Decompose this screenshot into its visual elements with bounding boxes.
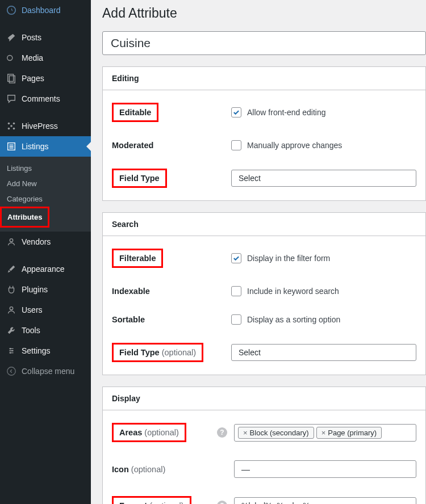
- sidebar-item-appearance[interactable]: Appearance: [0, 259, 91, 279]
- comments-icon: [6, 93, 17, 104]
- display-panel: Display Areas (optional) ? ×Block (secon…: [102, 387, 426, 504]
- search-panel: Search Filterable Display in the filter …: [102, 212, 426, 375]
- sidebar-item-plugins[interactable]: Plugins: [0, 279, 91, 300]
- help-icon[interactable]: ?: [217, 427, 227, 438]
- format-input[interactable]: [234, 497, 416, 504]
- moderated-check-label: Manually approve changes: [247, 141, 342, 150]
- filterable-check-label: Display in the filter form: [247, 254, 330, 263]
- page-title: Add Attribute: [102, 6, 426, 21]
- help-icon[interactable]: ?: [217, 501, 227, 504]
- user-icon: [6, 236, 17, 247]
- sortable-label: Sortable: [112, 315, 231, 324]
- search-panel-header: Search: [103, 213, 425, 236]
- sortable-checkbox[interactable]: [231, 314, 241, 325]
- submenu-item-attributes[interactable]: Attributes: [0, 207, 49, 228]
- sortable-check-label: Display as a sorting option: [247, 315, 340, 324]
- sidebar-item-dashboard[interactable]: Dashboard: [0, 0, 91, 20]
- editing-panel: Editing Editable Allow front-end editing…: [102, 66, 426, 201]
- user-icon: [6, 304, 17, 316]
- icon-select[interactable]: —: [234, 460, 416, 478]
- dashboard-icon: [6, 5, 17, 16]
- indexable-check-label: Include in keyword search: [247, 287, 339, 296]
- sidebar-item-posts[interactable]: Posts: [0, 27, 91, 48]
- plug-icon: [6, 284, 17, 295]
- svg-point-14: [10, 352, 11, 354]
- icon-label: Icon (optional): [112, 465, 234, 474]
- sidebar-item-collapse[interactable]: Collapse menu: [0, 361, 91, 381]
- submenu-item-categories[interactable]: Categories: [0, 191, 91, 207]
- collapse-icon: [6, 366, 17, 377]
- search-field-type-label: Field Type (optional): [112, 343, 203, 362]
- sidebar-item-label: Plugins: [22, 285, 48, 294]
- pages-icon: [6, 73, 17, 84]
- sidebar-item-settings[interactable]: Settings: [0, 341, 91, 361]
- tag-remove-icon[interactable]: ×: [321, 429, 326, 437]
- sidebar-item-hivepress[interactable]: HivePress: [0, 116, 91, 136]
- main-content: Add Attribute Editing Editable Allow fro…: [91, 0, 426, 504]
- svg-point-6: [8, 128, 10, 130]
- admin-sidebar: Dashboard Posts Media Pages Comments Hiv…: [0, 0, 91, 504]
- svg-point-10: [10, 239, 12, 242]
- indexable-label: Indexable: [112, 287, 231, 296]
- svg-rect-3: [9, 76, 15, 83]
- attribute-title-input[interactable]: [102, 31, 426, 55]
- submenu-item-listings[interactable]: Listings: [0, 161, 91, 176]
- svg-point-13: [11, 350, 13, 352]
- sidebar-item-label: Media: [22, 53, 43, 62]
- editable-label: Editable: [112, 103, 158, 122]
- sidebar-item-media[interactable]: Media: [0, 48, 91, 68]
- sidebar-item-label: Dashboard: [22, 6, 61, 15]
- sidebar-item-label: Settings: [22, 346, 51, 355]
- hive-icon: [6, 120, 17, 132]
- brush-icon: [6, 263, 17, 275]
- areas-label: Areas (optional): [112, 423, 186, 442]
- areas-tags-field[interactable]: ×Block (secondary) ×Page (primary): [234, 424, 416, 442]
- sidebar-item-label: Pages: [22, 74, 44, 83]
- sidebar-item-label: Users: [22, 305, 43, 314]
- svg-point-15: [7, 367, 15, 375]
- area-tag: ×Page (primary): [316, 427, 382, 439]
- sidebar-item-vendors[interactable]: Vendors: [0, 232, 91, 252]
- tag-remove-icon[interactable]: ×: [243, 429, 248, 437]
- svg-point-1: [7, 56, 12, 61]
- editable-checkbox[interactable]: [231, 107, 241, 117]
- listings-icon: [6, 141, 17, 152]
- sidebar-item-comments[interactable]: Comments: [0, 89, 91, 109]
- sidebar-item-label: Tools: [22, 326, 40, 335]
- svg-point-8: [10, 125, 12, 127]
- settings-icon: [6, 345, 17, 356]
- editing-panel-header: Editing: [103, 67, 425, 90]
- moderated-label: Moderated: [112, 141, 231, 150]
- format-label: Format (optional): [112, 496, 191, 504]
- sidebar-item-label: Posts: [22, 33, 41, 42]
- wrench-icon: [6, 325, 17, 336]
- indexable-checkbox[interactable]: [231, 286, 241, 296]
- moderated-checkbox[interactable]: [231, 140, 241, 150]
- sidebar-item-pages[interactable]: Pages: [0, 68, 91, 89]
- editable-check-label: Allow front-end editing: [247, 108, 326, 117]
- svg-point-5: [13, 123, 15, 125]
- editing-field-type-select[interactable]: Select: [231, 170, 416, 187]
- sidebar-item-label: Collapse menu: [22, 367, 74, 376]
- area-tag: ×Block (secondary): [238, 427, 314, 439]
- svg-point-12: [10, 348, 11, 350]
- filterable-checkbox[interactable]: [231, 253, 241, 263]
- svg-point-7: [13, 128, 15, 130]
- sidebar-item-listings[interactable]: Listings: [0, 136, 91, 157]
- sidebar-submenu: Listings Add New Categories Attributes: [0, 157, 91, 232]
- sidebar-item-label: Vendors: [22, 237, 51, 246]
- sidebar-item-tools[interactable]: Tools: [0, 320, 91, 341]
- search-field-type-select[interactable]: Select: [231, 344, 416, 361]
- media-icon: [6, 52, 17, 64]
- sidebar-item-label: Appearance: [22, 264, 65, 274]
- svg-point-4: [8, 123, 10, 125]
- sidebar-item-users[interactable]: Users: [0, 300, 91, 320]
- field-type-label: Field Type: [112, 169, 167, 188]
- sidebar-item-label: HivePress: [22, 121, 58, 131]
- sidebar-item-label: Comments: [22, 94, 60, 103]
- submenu-item-add-new[interactable]: Add New: [0, 176, 91, 191]
- svg-point-11: [10, 307, 12, 310]
- svg-rect-2: [8, 74, 14, 82]
- display-panel-header: Display: [103, 387, 425, 410]
- pin-icon: [6, 32, 17, 43]
